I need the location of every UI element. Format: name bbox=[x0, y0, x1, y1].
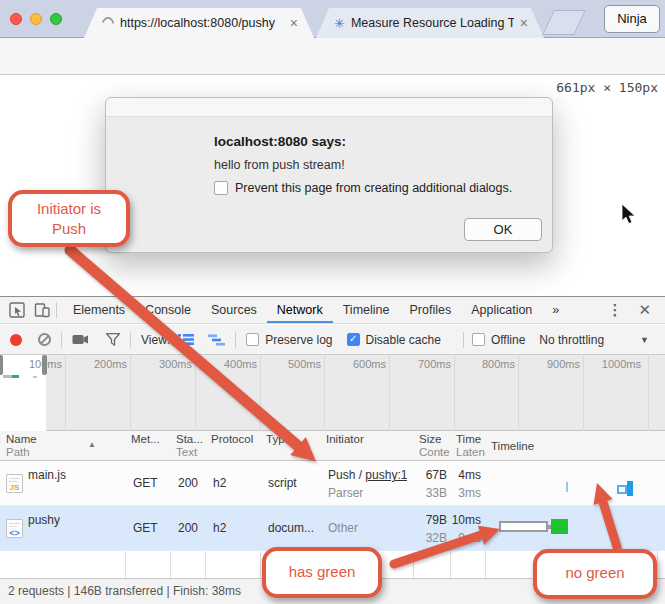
view-label: View: bbox=[141, 333, 170, 347]
loading-spinner-icon bbox=[100, 15, 117, 32]
column-header-size[interactable]: SizeConte bbox=[413, 431, 450, 461]
request-method: GET bbox=[133, 461, 158, 506]
ruler-tick: 200ms bbox=[72, 358, 127, 370]
browser-titlebar: https://localhost:8080/pushy × ✳ Measure… bbox=[0, 0, 665, 38]
tab-title: https://localhost:8080/pushy bbox=[120, 16, 284, 30]
browser-window: https://localhost:8080/pushy × ✳ Measure… bbox=[0, 0, 665, 604]
request-time: 4ms bbox=[448, 468, 481, 482]
request-protocol: h2 bbox=[213, 461, 226, 506]
request-latency: 9ms bbox=[448, 531, 481, 545]
devtools-menu-icon[interactable]: ⋮ bbox=[595, 301, 634, 319]
annotation-badge-no-green: no green bbox=[533, 549, 657, 599]
request-time: 10ms bbox=[448, 513, 481, 527]
divider bbox=[463, 332, 464, 348]
tab-close-icon[interactable]: × bbox=[520, 16, 528, 30]
browser-toolbar: ← → ✕ https://localhost:8080/pushy ☆ ▦ ⋮ bbox=[0, 38, 665, 75]
divider bbox=[56, 302, 57, 318]
dialog-checkbox-row: Prevent this page from creating addition… bbox=[214, 181, 512, 195]
ruler-tick: 700ms bbox=[396, 358, 451, 370]
divider bbox=[235, 332, 236, 348]
list-view-icon[interactable] bbox=[178, 333, 194, 346]
inspect-element-icon[interactable] bbox=[9, 302, 25, 318]
ok-button[interactable]: OK bbox=[464, 218, 542, 241]
column-header-method[interactable]: Met... bbox=[125, 431, 170, 461]
timeline-bar-download-green bbox=[551, 519, 568, 534]
offline-checkbox[interactable] bbox=[472, 333, 485, 346]
tab-pushy[interactable]: https://localhost:8080/pushy × bbox=[84, 8, 314, 38]
network-toolbar: View: Preserve log Disable cache Offline… bbox=[0, 325, 665, 355]
dialog-header bbox=[106, 98, 552, 117]
zoom-window-button[interactable] bbox=[50, 13, 62, 25]
devtools-tabbar: Elements Console Sources Network Timelin… bbox=[0, 296, 665, 324]
js-file-icon: JS bbox=[6, 474, 23, 493]
overview-bar-gray bbox=[3, 375, 12, 378]
overview-bar-tick bbox=[33, 376, 37, 378]
column-header-protocol[interactable]: Protocol bbox=[205, 431, 260, 461]
dialog-message: hello from push stream! bbox=[214, 158, 345, 172]
minimize-window-button[interactable] bbox=[30, 13, 42, 25]
selection-handle-left[interactable] bbox=[0, 355, 3, 375]
request-content-size: 33B bbox=[413, 486, 447, 500]
annotation-badge-has-green: has green bbox=[262, 547, 382, 598]
chevron-down-icon[interactable]: ▼ bbox=[640, 335, 649, 345]
devtools-tab-network[interactable]: Network bbox=[267, 297, 333, 323]
annotation-badge-initiator: Initiator is Push bbox=[8, 190, 130, 247]
column-header-name[interactable]: NamePath bbox=[0, 431, 125, 461]
request-size: 67B bbox=[413, 468, 447, 482]
ruler-tick: 800ms bbox=[460, 358, 515, 370]
viewport-dimensions: 661px × 150px bbox=[556, 80, 658, 95]
request-latency: 3ms bbox=[448, 486, 481, 500]
timeline-bar-waiting-blue bbox=[617, 485, 627, 494]
devtools-close-icon[interactable]: ✕ bbox=[634, 301, 665, 319]
devtools-tab-console[interactable]: Console bbox=[135, 297, 201, 323]
initiator-link[interactable]: pushy:1 bbox=[365, 468, 407, 482]
tab-measure-resource[interactable]: ✳ Measure Resource Loading Ti × bbox=[316, 8, 544, 38]
column-header-status[interactable]: Sta...Text bbox=[170, 431, 205, 461]
ruler-tick: 300ms bbox=[137, 358, 192, 370]
clear-button[interactable] bbox=[38, 333, 51, 346]
device-toolbar-icon[interactable] bbox=[34, 302, 50, 318]
close-window-button[interactable] bbox=[10, 13, 22, 25]
tab-close-icon[interactable]: × bbox=[290, 16, 298, 30]
request-status: 200 bbox=[178, 506, 198, 551]
network-overview-ruler[interactable]: 100ms 200ms 300ms 400ms 500ms 600ms 700m… bbox=[0, 355, 665, 431]
request-initiator: Push / pushy:1 bbox=[328, 468, 407, 482]
preserve-log-checkbox[interactable] bbox=[246, 333, 259, 346]
devtools-tab-application[interactable]: Application bbox=[461, 297, 542, 323]
ruler-tick: 500ms bbox=[266, 358, 321, 370]
sort-ascending-icon: ▲ bbox=[88, 440, 96, 449]
table-header: NamePath ▲ Met... Sta...Text Protocol Ty… bbox=[0, 431, 665, 461]
ruler-tick: 400ms bbox=[202, 358, 257, 370]
timeline-bar-waiting-gray bbox=[499, 521, 548, 532]
offline-label: Offline bbox=[491, 333, 525, 347]
request-size: 79B bbox=[413, 513, 447, 527]
checkbox-label: Prevent this page from creating addition… bbox=[235, 181, 512, 195]
request-status: 200 bbox=[178, 461, 198, 506]
screenshot-camera-icon[interactable] bbox=[72, 333, 89, 346]
request-initiator: Other bbox=[328, 506, 358, 551]
profile-button[interactable]: Ninja bbox=[604, 5, 660, 33]
column-header-initiator[interactable]: Initiator bbox=[320, 431, 413, 461]
devtools-tab-timeline[interactable]: Timeline bbox=[333, 297, 400, 323]
record-button[interactable] bbox=[10, 334, 22, 346]
devtools-tab-elements[interactable]: Elements bbox=[63, 297, 135, 323]
more-tabs-chevron[interactable]: » bbox=[542, 297, 569, 323]
ruler-tick: 900ms bbox=[525, 358, 580, 370]
column-header-type[interactable]: Type bbox=[260, 431, 320, 461]
request-method: GET bbox=[133, 506, 158, 551]
column-header-timeline[interactable]: Timeline bbox=[485, 431, 665, 461]
new-tab-button[interactable] bbox=[542, 10, 586, 35]
waterfall-view-icon[interactable] bbox=[208, 333, 225, 346]
column-header-time[interactable]: TimeLaten bbox=[450, 431, 485, 461]
request-content-size: 32B bbox=[413, 531, 447, 545]
disable-cache-checkbox[interactable] bbox=[347, 333, 360, 346]
filter-icon[interactable] bbox=[106, 333, 120, 346]
ruler-tick: 100ms bbox=[7, 358, 62, 370]
devtools-tab-sources[interactable]: Sources bbox=[201, 297, 267, 323]
request-type: script bbox=[268, 461, 297, 506]
request-name: pushy bbox=[28, 513, 60, 527]
prevent-dialogs-checkbox[interactable] bbox=[214, 181, 228, 195]
throttling-select[interactable]: No throttling bbox=[539, 333, 604, 347]
disable-cache-label: Disable cache bbox=[366, 333, 441, 347]
devtools-tab-profiles[interactable]: Profiles bbox=[399, 297, 461, 323]
